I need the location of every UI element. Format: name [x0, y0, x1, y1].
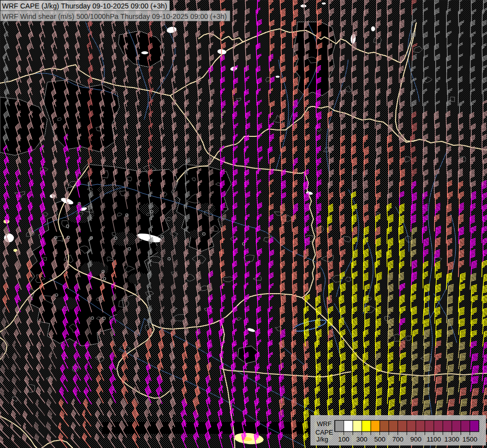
svg-text:500: 500: [374, 436, 386, 443]
svg-text:WRF Wind shear (m/s) 500/1000h: WRF Wind shear (m/s) 500/1000hPa Thursda…: [2, 12, 227, 20]
svg-text:CAPE: CAPE: [315, 429, 333, 436]
svg-text:1100: 1100: [427, 436, 441, 443]
svg-text:1300: 1300: [444, 436, 459, 443]
svg-text:100: 100: [338, 436, 350, 443]
svg-text:WRF CAPE (J/kg) Thursday 09-10: WRF CAPE (J/kg) Thursday 09-10-2025 09:0…: [2, 1, 167, 10]
svg-text:900: 900: [410, 436, 422, 443]
svg-text:J/kg: J/kg: [316, 436, 328, 443]
svg-text:1500: 1500: [462, 436, 477, 443]
svg-text:300: 300: [356, 436, 368, 443]
svg-text:WRF: WRF: [317, 420, 332, 428]
svg-text:700: 700: [392, 436, 403, 443]
